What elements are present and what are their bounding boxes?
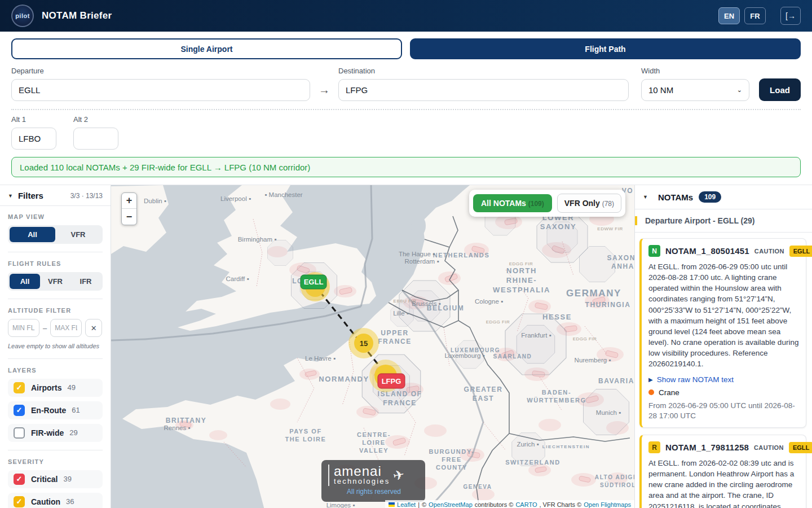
map-label: ALTO ADIGE: [595, 474, 634, 480]
alt1-label: Alt 1: [11, 115, 56, 124]
carto-link[interactable]: CARTO: [515, 501, 537, 508]
all-notams-count: (109): [528, 200, 544, 208]
lang-en-button[interactable]: EN: [718, 7, 740, 24]
map-attribution: Leaflet | © OpenStreetMap contributors ©…: [385, 500, 634, 508]
severity-critical-row[interactable]: ✓ Critical 39: [8, 470, 103, 488]
destination-input[interactable]: [338, 79, 629, 101]
map-label: BAVARIA: [598, 377, 634, 385]
airports-checkbox[interactable]: ✓: [14, 382, 25, 393]
watermark-sub: technologies: [334, 477, 390, 485]
map-label: Birmingham ▪: [238, 236, 277, 243]
zoom-out-button[interactable]: −: [122, 209, 136, 225]
map-label: FRANCE: [383, 399, 417, 407]
map-zoom-control: + −: [121, 192, 137, 225]
section-accent-bar: [635, 216, 637, 225]
flight-rules-ifr[interactable]: IFR: [70, 274, 101, 289]
filters-title: Filters: [18, 191, 43, 200]
attribution-sep: |: [418, 501, 420, 508]
notam-card[interactable]: R NOTAM_1_79811258 CAUTION EGLL At EGLL.…: [639, 435, 806, 508]
airport-badge: EGLL: [789, 442, 812, 453]
filters-header[interactable]: ▼ Filters 3/3 · 13/13: [0, 185, 111, 206]
critical-checkbox[interactable]: ✓: [14, 474, 25, 485]
max-fl-input[interactable]: [50, 319, 82, 337]
caution-checkbox[interactable]: ✓: [14, 496, 25, 507]
marker-departure-egll[interactable]: EGLL: [301, 272, 330, 301]
layer-count: 61: [72, 406, 80, 414]
osm-link[interactable]: OpenStreetMap: [429, 501, 473, 508]
tab-single-airport[interactable]: Single Airport: [11, 38, 402, 59]
plane-icon: ✈: [392, 466, 406, 484]
tab-flight-path[interactable]: Flight Path: [410, 38, 801, 59]
collapse-caret-icon: ▼: [643, 194, 648, 200]
clear-altitude-button[interactable]: ✕: [85, 319, 102, 337]
notam-type-badge: R: [648, 441, 660, 453]
vfr-only-button[interactable]: VFR Only (78): [557, 194, 621, 213]
show-raw-notam-link[interactable]: ▶ Show raw NOTAM text: [648, 375, 799, 384]
flight-form: Single Airport Flight Path Departure → D…: [0, 32, 812, 150]
min-fl-input[interactable]: [8, 319, 39, 337]
layer-enroute-row[interactable]: ✓ En-Route 61: [8, 401, 103, 419]
map-label: COUNTY: [436, 464, 467, 471]
flight-rules-all[interactable]: All: [10, 274, 40, 289]
map-label: UPPER: [381, 329, 408, 337]
load-success-alert: Loaded 110 local NOTAMs + 29 FIR-wide fo…: [11, 157, 801, 177]
layer-firwide-row[interactable]: FIR-wide 29: [8, 424, 103, 442]
raw-link-label: Show raw NOTAM text: [657, 375, 734, 384]
map-view-vfr[interactable]: VFR: [55, 227, 101, 242]
lang-fr-button[interactable]: FR: [744, 7, 766, 24]
leaflet-link[interactable]: Leaflet: [397, 501, 416, 508]
cluster-mid-route[interactable]: 15: [348, 328, 379, 358]
map-label: HESSE: [542, 313, 572, 321]
map-label: Cardiff ▪: [226, 275, 249, 282]
notams-header[interactable]: ▼ NOTAMs 109: [635, 185, 812, 209]
map-label: THURINGIA: [585, 301, 630, 309]
map-label: ANHALT: [611, 262, 634, 270]
flag-icon: [389, 502, 395, 507]
alt1-input[interactable]: [11, 128, 56, 150]
attribution-mid: contributors ©: [475, 501, 514, 508]
app-title: NOTAM Briefer: [42, 10, 112, 21]
logout-button[interactable]: [→: [780, 7, 801, 25]
notam-body: At EGLL. from 2026-02-02 08:39 utc and i…: [648, 458, 799, 508]
alt2-input[interactable]: [73, 128, 118, 150]
map-label: LIECHTENSTEIN: [542, 444, 590, 449]
layer-name: En-Route: [31, 406, 66, 415]
firwide-checkbox[interactable]: [14, 427, 25, 439]
openflightmaps-link[interactable]: Open Flightmaps: [584, 501, 631, 508]
map-label: Limoges ▪: [326, 502, 355, 508]
severity-name: Caution: [31, 497, 60, 506]
map[interactable]: LONDONNETHERLANDSLOWERSAXONYSAXONY-ANHAL…: [111, 185, 634, 508]
marker-destination-lfpg[interactable]: LFPG: [378, 374, 405, 388]
zoom-in-button[interactable]: +: [122, 193, 136, 209]
map-view-all[interactable]: All: [10, 227, 55, 242]
map-view-label: MAP VIEW: [8, 213, 103, 220]
width-select[interactable]: 10 NM ⌄: [641, 79, 749, 101]
departure-input[interactable]: [11, 79, 310, 101]
notams-count-badge: 109: [699, 191, 721, 203]
map-label: EAST: [473, 395, 494, 402]
map-label: BRITTANY: [166, 417, 207, 424]
map-notam-toggle: All NOTAMs (109) VFR Only (78): [469, 190, 625, 217]
caret-right-icon: ▶: [648, 376, 653, 383]
watermark-rights: All rights reserved: [328, 488, 420, 496]
app-logo: pilot: [11, 5, 34, 27]
width-value: 10 NM: [648, 85, 673, 95]
map-label: PAYS OF: [289, 428, 322, 435]
map-label: EDGG FIR: [509, 261, 533, 266]
all-notams-label: All NOTAMs: [481, 199, 526, 208]
map-label: WÜRTTEMBERG: [527, 397, 586, 404]
all-notams-button[interactable]: All NOTAMs (109): [473, 194, 552, 212]
navbar: pilot NOTAM Briefer EN FR [→: [0, 0, 812, 32]
severity-caution-row[interactable]: ✓ Caution 36: [8, 493, 103, 508]
layer-count: 49: [67, 383, 75, 392]
notam-list[interactable]: N NOTAM_1_80501451 CAUTION EGLL At EGLL.…: [635, 233, 812, 508]
notam-card[interactable]: N NOTAM_1_80501451 CAUTION EGLL At EGLL.…: [639, 238, 806, 428]
notam-type-badge: N: [648, 245, 660, 257]
load-button[interactable]: Load: [759, 78, 801, 101]
notam-id: NOTAM_1_80501451: [665, 246, 749, 256]
layer-airports-row[interactable]: ✓ Airports 49: [8, 379, 103, 397]
enroute-checkbox[interactable]: ✓: [14, 405, 25, 416]
svg-text:LFPG: LFPG: [382, 377, 401, 386]
severity-count: 39: [63, 475, 71, 483]
flight-rules-vfr[interactable]: VFR: [40, 274, 70, 289]
